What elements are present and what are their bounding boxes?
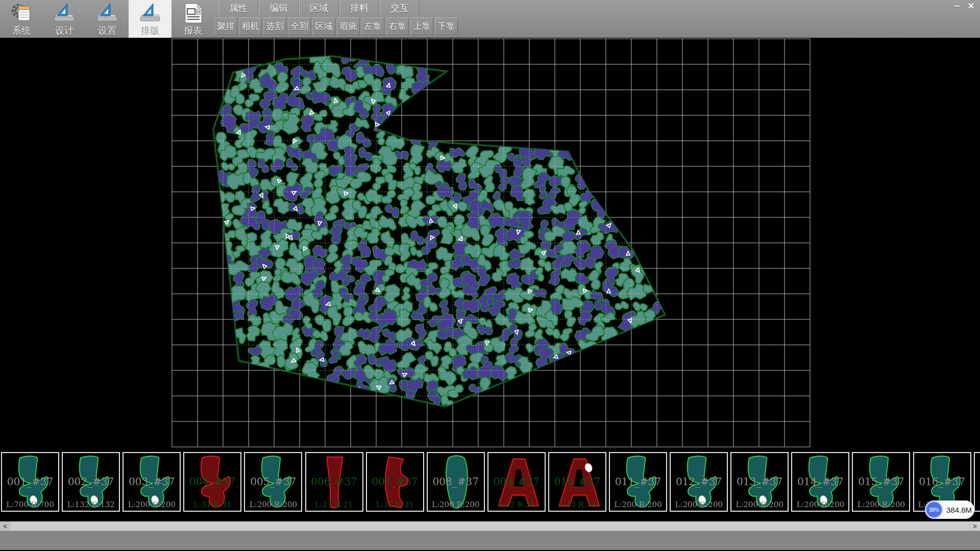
thumbnail-cell-10[interactable]: 010_#37L:33 R:33	[548, 452, 606, 512]
thumbnail-lr-label: L:33 R:33	[549, 500, 605, 509]
memory-usage-label: 384.8M	[946, 500, 972, 519]
thumbnail-id-label: 011_#37	[610, 475, 666, 488]
progress-indicator: 38% 384.8M	[925, 500, 974, 519]
thumbnail-cell-6[interactable]: 006_#37L:21 R:21	[305, 452, 363, 512]
status-bar	[0, 531, 980, 550]
action-button-9[interactable]: 上靠	[410, 17, 433, 35]
progress-percent-badge: 38%	[925, 501, 943, 518]
gear-doc-icon	[13, 5, 30, 20]
thumbnail-id-label: 004_#37	[184, 475, 240, 488]
thumbnail-id-label: 003_#37	[124, 475, 180, 488]
action-button-6[interactable]: 瑕疵	[337, 17, 360, 35]
thumbnail-cell-4[interactable]: 004_#37L:31 R:31	[183, 452, 241, 512]
thumbnail-lr-label: L:200 R:200	[245, 500, 301, 509]
thumbnail-id-label: 015_#37	[853, 475, 909, 488]
thumbnail-id-label: 014_#37	[792, 475, 848, 488]
thumbnail-cell-11[interactable]: 011_#37L:200 R:200	[609, 452, 667, 512]
thumbnail-lr-label: L:200 R:200	[792, 500, 848, 509]
thumbnail-lr-label: L:200 R:200	[731, 500, 788, 509]
thumbnail-cell-15[interactable]: 015_#37L:200 R:200	[852, 452, 910, 512]
tool-button-label: 设计	[55, 25, 74, 36]
thumbnail-id-label: 009_#37	[488, 475, 545, 488]
thumbnail-lr-label: L:700 R:700	[2, 500, 58, 509]
nesting-canvas[interactable]	[0, 38, 980, 451]
thumbnail-lr-label: L:31 R:31	[184, 500, 240, 509]
scroll-left-button[interactable]: <	[0, 521, 10, 531]
menu-tab-2[interactable]: 编辑	[259, 1, 299, 15]
ruler-icon	[97, 4, 117, 21]
action-button-10[interactable]: 下靠	[435, 17, 458, 35]
thumbnail-cell-7[interactable]: 007_#37L:31 R:31	[366, 452, 424, 512]
thumbnail-id-label: 007_#37	[367, 475, 423, 488]
menu-tab-bar: 属性编辑区域排料交互	[218, 1, 420, 16]
gear-doc-icon	[10, 2, 33, 25]
thumbnail-lr-label: L:200 R:200	[975, 500, 980, 509]
thumbnail-id-label: 002_#37	[63, 475, 119, 488]
thumbnail-id-label: 010_#37	[549, 475, 605, 488]
action-button-5[interactable]: 区域	[312, 17, 335, 35]
thumbnail-cell-2[interactable]: 002_#37L:132 R:132	[62, 452, 120, 512]
thumbnail-id-label: 006_#37	[306, 475, 362, 488]
menu-tab-1[interactable]: 属性	[218, 1, 258, 15]
thumbnail-lr-label: L:32 R:31	[488, 500, 545, 509]
report-icon	[181, 2, 205, 25]
thumbnail-cell-8[interactable]: 008_#37L:200 R:200	[427, 452, 485, 512]
thumbnail-lr-label: L:21 R:21	[306, 500, 362, 509]
tool-button-5[interactable]: 报表	[172, 0, 214, 38]
menu-tab-3[interactable]: 区域	[299, 1, 339, 15]
thumbnail-lr-label: L:200 R:200	[671, 500, 727, 509]
tool-button-label: 排版	[141, 25, 159, 36]
ruler-icon	[138, 2, 162, 25]
tool-button-3[interactable]: 设置	[86, 0, 129, 38]
thumbnail-cell-12[interactable]: 012_#37L:200 R:200	[670, 452, 728, 512]
action-button-8[interactable]: 右靠	[386, 17, 409, 35]
tool-button-1[interactable]: 系统	[0, 0, 43, 38]
thumbnail-lr-label: L:200 R:200	[853, 500, 909, 509]
action-button-2[interactable]: 相机	[239, 17, 262, 35]
thumbnail-lr-label: L:200 R:200	[428, 500, 484, 509]
piece-thumbnail-strip: 001_#37L:700 R:700002_#37L:132 R:132003_…	[0, 451, 980, 521]
ruler-icon	[95, 2, 119, 25]
thumbnail-cell-17[interactable]: 017_#37L:200 R:200	[974, 452, 980, 512]
ruler-icon	[53, 2, 76, 25]
thumbnail-cell-1[interactable]: 001_#37L:700 R:700	[1, 452, 59, 512]
thumbnail-id-label: 001_#37	[2, 475, 58, 488]
thumbnail-id-label: 013_#37	[731, 475, 788, 488]
thumbnail-lr-label: L:200 R:200	[610, 500, 666, 509]
application-window: 系统设计设置排版报表 属性编辑区域排料交互 聚排相机选割全割区域瑕疵左靠右靠上靠…	[0, 0, 980, 551]
thumbnail-id-label: 012_#37	[671, 475, 727, 488]
tool-button-label: 报表	[184, 25, 202, 36]
action-button-bar: 聚排相机选割全割区域瑕疵左靠右靠上靠下靠	[214, 17, 459, 35]
ruler-icon	[140, 4, 160, 21]
horizontal-scrollbar[interactable]: < >	[0, 521, 980, 531]
tool-button-label: 设置	[98, 25, 116, 36]
thumbnail-id-label: 017_#37	[975, 475, 980, 488]
main-toolbar: 系统设计设置排版报表 属性编辑区域排料交互 聚排相机选割全割区域瑕疵左靠右靠上靠…	[0, 0, 980, 38]
tool-button-2[interactable]: 设计	[43, 0, 86, 38]
tool-button-label: 系统	[12, 25, 31, 36]
action-button-3[interactable]: 选割	[263, 17, 286, 35]
action-button-1[interactable]: 聚排	[214, 17, 237, 35]
canvas-svg	[0, 38, 980, 451]
scroll-right-button[interactable]: >	[970, 521, 980, 531]
tool-button-4[interactable]: 排版	[129, 0, 172, 38]
thumbnail-lr-label: L:31 R:31	[367, 500, 423, 509]
action-button-7[interactable]: 左靠	[361, 17, 384, 35]
thumbnail-id-label: 005_#37	[245, 475, 301, 488]
menu-tab-5[interactable]: 交互	[380, 1, 420, 15]
action-button-4[interactable]: 全割	[288, 17, 311, 35]
thumbnail-cell-13[interactable]: 013_#37L:200 R:200	[730, 452, 789, 512]
thumbnail-id-label: 016_#37	[914, 475, 970, 488]
ruler-icon	[55, 4, 74, 21]
minimize-button[interactable]: −	[950, 1, 964, 12]
thumbnail-cell-9[interactable]: 009_#37L:32 R:31	[487, 452, 546, 512]
thumbnail-id-label: 008_#37	[428, 475, 484, 488]
thumbnail-cell-3[interactable]: 003_#37L:200 R:200	[122, 452, 181, 512]
thumbnail-cell-5[interactable]: 005_#37L:200 R:200	[244, 452, 302, 512]
thumbnail-cell-14[interactable]: 014_#37L:200 R:200	[791, 452, 849, 512]
report-icon	[185, 4, 202, 23]
close-button[interactable]: ×	[964, 1, 978, 12]
menu-tab-4[interactable]: 排料	[339, 1, 379, 15]
thumbnail-lr-label: L:132 R:132	[63, 500, 119, 509]
thumbnail-lr-label: L:200 R:200	[124, 500, 180, 509]
